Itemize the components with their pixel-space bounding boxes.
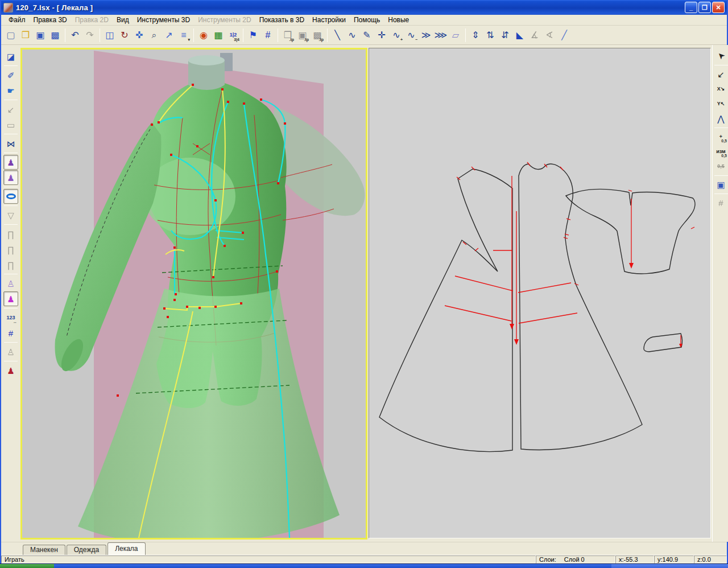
izm-05-button[interactable]: изм0,5 (714, 145, 728, 159)
save-tp-color-button[interactable]: ▣ (714, 178, 728, 192)
sizes-123-button[interactable]: 123↔ (3, 310, 18, 325)
menu-edit-3d[interactable]: Правка 3D (30, 15, 71, 24)
separator (4, 224, 18, 225)
grid-right-button: # (714, 196, 728, 210)
fabric-panel-button[interactable]: ◪ (3, 49, 18, 64)
close-button[interactable]: ✕ (712, 2, 725, 13)
ruler-tool-button[interactable]: ╱ (557, 28, 572, 43)
menu-file[interactable]: Файл (5, 15, 30, 24)
undo-button[interactable]: ↶ (68, 28, 82, 43)
taskbar[interactable] (0, 563, 728, 568)
point-tool-button[interactable]: ✛ (374, 28, 389, 43)
neck-top (188, 55, 225, 65)
separator (100, 28, 100, 42)
dress-form-button[interactable]: ♙ (3, 276, 18, 291)
restore-button[interactable]: ❐ (698, 2, 711, 13)
menu-settings[interactable]: Настройки (308, 15, 350, 24)
line-tool-button[interactable]: ╲ (330, 28, 345, 43)
torso-side-button[interactable]: ♟ (3, 170, 18, 185)
menu-new[interactable]: Новые (384, 15, 413, 24)
palette-grid-button[interactable]: ▦ (211, 28, 226, 43)
save-tp-button[interactable]: ▣.tp (295, 28, 310, 43)
save-tp-button-tag: .tp (304, 38, 309, 42)
taskbar-button[interactable] (611, 564, 728, 568)
eraser-tool-button[interactable]: ▱ (448, 28, 463, 43)
separator (4, 153, 18, 153)
coord-y: y:140.9 (654, 555, 694, 563)
drag-hand-button[interactable]: ☛ (3, 83, 18, 98)
menu-tools-3d[interactable]: Инструменты 3D (133, 15, 195, 24)
move-x-button[interactable]: X↘ (714, 82, 728, 96)
right-toolbar: ➤↙X↘Y↖⋀+0,5изм0,50,5▣# (712, 45, 728, 542)
torso-front-button[interactable]: ♟ (3, 155, 18, 170)
pants-back-icon: ∏ (7, 261, 14, 269)
measure-width-button[interactable]: ⇵ (498, 28, 512, 43)
curve-tool-button[interactable]: ∿ (345, 28, 359, 43)
pan-button[interactable]: ✜ (132, 28, 147, 43)
save-as-tp-button[interactable]: ▩.tp (310, 28, 325, 43)
pants-front-icon: ∏ (7, 230, 14, 238)
curve-points-button[interactable]: ⋀ (714, 112, 728, 126)
zoom-button[interactable]: ⌕ (147, 28, 162, 43)
knife-tool-button[interactable]: ✐ (3, 68, 18, 83)
start-button[interactable] (0, 564, 54, 568)
menu-show-in-3d[interactable]: Показать в 3D (255, 15, 308, 24)
measure-height-button[interactable]: ⇕ (468, 28, 483, 43)
plus-05-button[interactable]: +0,5 (714, 130, 728, 144)
flag-3d-button[interactable]: ⚑ (246, 28, 260, 43)
tab-patterns[interactable]: Лекала (107, 542, 145, 555)
view-orient-button[interactable]: ↗ (162, 28, 176, 43)
mirror-tool-button[interactable]: ⋈ (3, 136, 18, 151)
move-y-button[interactable]: Y↖ (714, 97, 728, 111)
viewport-3d[interactable] (20, 48, 367, 540)
angle-measure2-icon: ∢ (545, 31, 553, 40)
minimize-button[interactable]: _ (685, 2, 697, 13)
sizes-123-button-tag: ↔ (13, 320, 17, 324)
area-measure-button[interactable]: ◣ (512, 28, 527, 43)
tab-clothing[interactable]: Одежда (67, 545, 106, 555)
curve-join-button[interactable]: ⋙ (433, 28, 448, 43)
curve-del-point-button-tag: − (415, 38, 417, 42)
open-file-button[interactable]: ❒ (18, 28, 33, 43)
pants-front-button: ∏ (3, 227, 18, 241)
select-cursor-button[interactable]: ➤ (714, 49, 728, 63)
save-tp-color-icon: ▣ (717, 180, 725, 189)
waist-ellipse-button[interactable] (3, 189, 18, 204)
line-arrow-button[interactable]: ↙ (714, 67, 728, 81)
pants-side-button: ∏ (3, 242, 18, 257)
curve-add-point-button[interactable]: ∿+ (389, 28, 404, 43)
mannequin-red-button[interactable]: ♟ (3, 363, 18, 378)
layers-menu-button[interactable]: ≡▾ (176, 28, 191, 43)
surface-view-icon: ◉ (200, 31, 208, 40)
measure-height2-button[interactable]: ⇅ (483, 28, 498, 43)
save-as-button[interactable]: ▩ (48, 28, 63, 43)
save-button[interactable]: ▣ (33, 28, 48, 43)
curve-split-button[interactable]: ≫ (419, 28, 433, 43)
open-tp-button[interactable]: ❒.tp (280, 28, 295, 43)
mannequin-3d-canvas[interactable] (22, 50, 366, 538)
separator (4, 342, 18, 343)
quarters-view-button[interactable]: 1|23|4 (226, 28, 241, 43)
tab-mannequin[interactable]: Манекен (23, 545, 65, 555)
grid-left-button[interactable]: # (3, 326, 18, 340)
curve-del-point-button[interactable]: ∿− (404, 28, 419, 43)
pattern-panel-2d[interactable] (369, 48, 711, 538)
open-tp-button-tag: .tp (289, 38, 294, 42)
curve-add-point-icon: ∿ (392, 31, 400, 40)
menu-view[interactable]: Вид (113, 15, 133, 24)
new-document-button[interactable]: ▢ (3, 28, 18, 43)
grid-3d-button[interactable]: # (260, 28, 275, 43)
separator (4, 65, 18, 66)
layers-indicator[interactable]: Слои: Слой 0 (536, 555, 615, 563)
pencil-tool-button[interactable]: ✎ (359, 28, 374, 43)
menu-help[interactable]: Помощь (350, 15, 384, 24)
status-message: Играть (1, 555, 536, 563)
surface-view-button[interactable]: ◉ (196, 28, 211, 43)
split-view-icon: ◫ (105, 31, 114, 40)
rotate-view-button[interactable]: ↻ (117, 28, 132, 43)
layers-menu-icon: ≡ (181, 31, 186, 40)
pattern-canvas[interactable] (369, 48, 710, 536)
split-view-button[interactable]: ◫ (102, 28, 117, 43)
separator (4, 187, 18, 187)
torso-color-button[interactable]: ♟ (3, 291, 18, 306)
